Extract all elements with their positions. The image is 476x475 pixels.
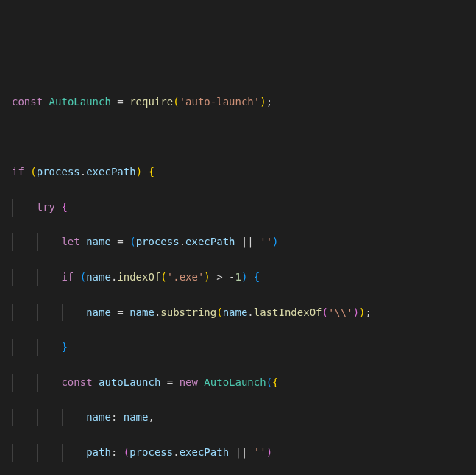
code-line (12, 129, 464, 147)
code-line: try { (12, 199, 464, 217)
code-line: if (name.indexOf('.exe') > -1) { (12, 269, 464, 286)
code-line: const autoLaunch = new AutoLaunch({ (12, 374, 464, 392)
code-line: name = name.substring(name.lastIndexOf('… (12, 304, 464, 322)
code-line: const AutoLaunch = require('auto-launch'… (12, 94, 464, 111)
code-line: } (12, 339, 464, 356)
code-line: let name = (process.execPath || '') (12, 233, 464, 251)
code-line: path: (process.execPath || '') (12, 444, 464, 462)
code-editor[interactable]: const AutoLaunch = require('auto-launch'… (12, 76, 464, 475)
code-line: name: name, (12, 409, 464, 426)
code-line: if (process.execPath) { (12, 163, 464, 181)
